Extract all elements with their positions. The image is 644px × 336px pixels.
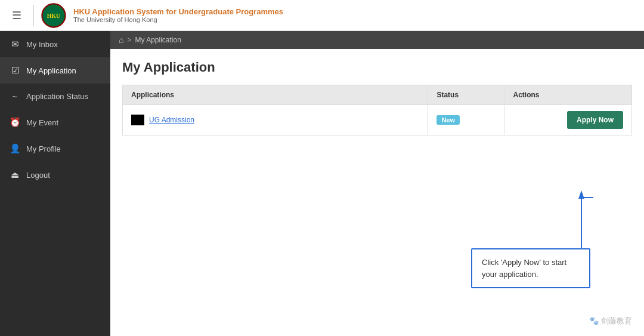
sidebar-label-profile: My Profile (26, 144, 61, 153)
event-icon: ⏰ (10, 117, 20, 128)
sidebar-item-event[interactable]: ⏰ My Event (0, 109, 110, 135)
sidebar-label-logout: Logout (26, 171, 50, 180)
svg-marker-4 (578, 190, 584, 199)
content-area: My Application Applications Status Actio… (110, 49, 644, 336)
col-header-status: Status (428, 85, 504, 105)
application-icon: ☑ (10, 65, 20, 76)
header-title-main: HKU Application System for Undergraduate… (73, 7, 283, 16)
header-title-block: HKU Application System for Undergraduate… (73, 7, 283, 23)
header-divider (33, 5, 34, 26)
callout-container: Click 'Apply Now' to start your applicat… (471, 248, 590, 288)
callout-text: Click 'Apply Now' to start your applicat… (482, 258, 566, 279)
sidebar-label-status: Application Status (26, 92, 88, 101)
inbox-icon: ✉ (10, 39, 20, 50)
apply-now-button[interactable]: Apply Now (567, 111, 623, 129)
callout-box: Click 'Apply Now' to start your applicat… (471, 248, 590, 288)
app-icon-square (131, 115, 144, 125)
status-icon: ~ (10, 91, 20, 101)
cell-actions: Apply Now (504, 105, 632, 135)
sidebar-item-application[interactable]: ☑ My Application (0, 57, 110, 84)
sidebar-label-event: My Event (26, 118, 58, 127)
hku-logo: HKU (41, 3, 66, 28)
logout-icon: ⏏ (10, 169, 20, 180)
callout-arrow-svg (465, 186, 596, 251)
profile-icon: 👤 (10, 143, 20, 154)
header-title-sub: The University of Hong Kong (73, 16, 283, 23)
breadcrumb-current: My Application (135, 36, 181, 44)
col-header-actions: Actions (504, 85, 632, 105)
top-header: ☰ HKU HKU Application System for Undergr… (0, 0, 644, 31)
sidebar-label-inbox: My Inbox (26, 40, 58, 49)
sidebar-item-profile[interactable]: 👤 My Profile (0, 135, 110, 162)
cell-application-name: UG Admission (123, 105, 428, 135)
app-link[interactable]: UG Admission (149, 116, 194, 124)
page-title: My Application (122, 60, 632, 75)
table-row: UG Admission New Apply Now (123, 105, 632, 135)
app-name-block: UG Admission (131, 115, 419, 125)
cell-status: New (428, 105, 504, 135)
sidebar: ✉ My Inbox ☑ My Application ~ Applicatio… (0, 31, 110, 336)
status-badge: New (436, 115, 460, 125)
hamburger-icon: ☰ (12, 10, 21, 21)
hamburger-button[interactable]: ☰ (7, 7, 26, 24)
sidebar-item-logout[interactable]: ⏏ Logout (0, 162, 110, 188)
layout: ✉ My Inbox ☑ My Application ~ Applicatio… (0, 31, 644, 336)
sidebar-label-application: My Application (26, 66, 76, 75)
main-content: ⌂ > My Application My Application Applic… (110, 31, 644, 336)
breadcrumb-separator: > (127, 36, 131, 44)
col-header-applications: Applications (123, 85, 428, 105)
breadcrumb-bar: ⌂ > My Application (110, 31, 644, 49)
sidebar-item-status[interactable]: ~ Application Status (0, 84, 110, 109)
watermark: 🐾 剑藤教育 (589, 316, 632, 326)
applications-table: Applications Status Actions UG Admission (122, 85, 632, 135)
breadcrumb-home-icon[interactable]: ⌂ (119, 35, 123, 45)
svg-text:HKU: HKU (47, 13, 60, 19)
sidebar-item-inbox[interactable]: ✉ My Inbox (0, 31, 110, 57)
